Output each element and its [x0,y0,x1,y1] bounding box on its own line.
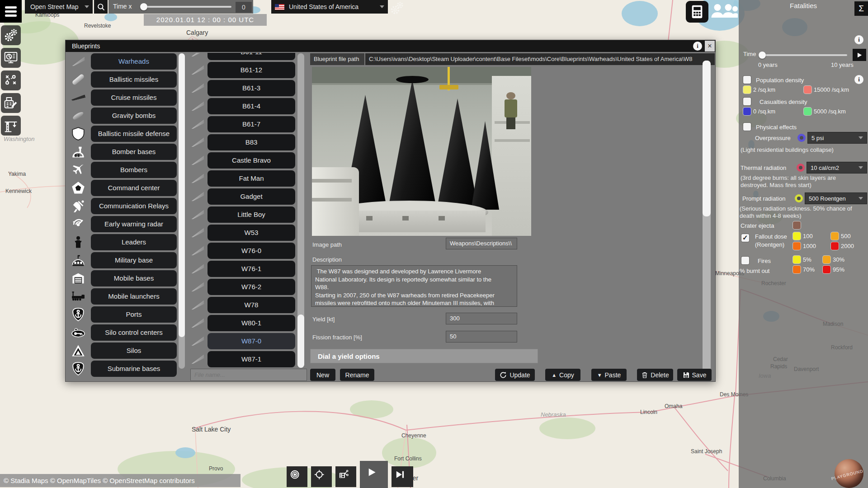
sidebar-scenario-editor-button[interactable] [1,93,21,113]
category-warheads[interactable]: Warheads [91,53,177,70]
dialog-title-bar[interactable]: Blueprints i × [66,40,715,52]
hut-icon [67,252,89,268]
settings-gears-icon [4,28,18,42]
warhead-item-w87-1[interactable]: W87-1 [208,351,295,367]
search-button[interactable] [94,0,108,14]
warhead-item-b61-11[interactable]: B61-11 [208,53,295,60]
sum-button[interactable]: Σ [854,1,868,16]
sidebar-stats-monitor-button[interactable] [1,48,21,68]
panel-time-slider-knob[interactable] [759,52,766,59]
dialog-close-button[interactable]: × [705,41,715,52]
thermal-radiation-label: Thermal radiation [741,164,786,171]
warhead-item-w76-0[interactable]: W76-0 [208,243,295,259]
category-mobile-launchers[interactable]: Mobile launchers [91,288,177,305]
calculator-button[interactable] [686,1,708,23]
new-button[interactable]: New [310,369,335,381]
fission-fraction-input[interactable]: 50 [446,331,517,343]
time-scale-slider[interactable] [143,6,231,8]
warhead-scrollbar-thumb[interactable] [297,314,304,368]
locate-button[interactable] [311,466,332,487]
category-submarine-bases[interactable]: Submarine bases [91,361,177,377]
category-ballistic-missile-defense[interactable]: Ballistic missile defense [91,126,177,142]
time-scale-value[interactable]: 0 [235,1,252,13]
clip-editor-button[interactable] [335,466,356,487]
play-button[interactable] [360,461,388,488]
category-scrollbar[interactable] [179,53,185,369]
physical-effects-checkbox[interactable] [743,123,751,131]
description-textarea[interactable]: The W87 was designed and developed by La… [311,265,517,307]
overpressure-dropdown[interactable]: 5 psi [807,132,867,144]
category-cruise-missiles[interactable]: Cruise missiles [91,89,177,106]
category-ballistic-missiles[interactable]: Ballistic missiles [91,71,177,88]
category-leaders[interactable]: Leaders [91,234,177,250]
warhead-scrollbar[interactable] [297,53,304,368]
update-button[interactable]: Update [495,369,535,381]
category-military-base[interactable]: Military base [91,252,177,268]
category-communication-relays[interactable]: Communication Relays [91,198,177,214]
country-dropdown[interactable]: United States of America [271,0,388,14]
copy-button[interactable]: ▲Copy [545,369,580,381]
category-early-warning-radar[interactable]: Early warning radar [91,216,177,232]
sidebar-strategy-button[interactable] [1,70,21,90]
sidebar-settings-gears-button[interactable] [1,25,21,45]
category-bombers[interactable]: Bombers [91,162,177,178]
dialog-info-button[interactable]: i [693,42,702,51]
warhead-item-fat-man[interactable]: Fat Man [208,170,295,187]
warhead-item-w78[interactable]: W78 [208,297,295,313]
strategy-icon [4,73,18,88]
settings-gear-ghost-icon[interactable] [390,1,402,14]
category-gravity-bombs[interactable]: Gravity bombs [91,108,177,124]
panel-play-button[interactable] [853,49,866,61]
category-command-center[interactable]: Command center [91,180,177,196]
warhead-item-w80-1[interactable]: W80-1 [208,315,295,331]
warhead-item-little-boy[interactable]: Little Boy [208,206,295,223]
save-button[interactable]: Save [677,369,712,381]
fallout-dose-checkbox[interactable] [741,234,749,242]
category-silo-control-centers[interactable]: Silo control centers [91,324,177,341]
delete-button[interactable]: Delete [637,369,673,381]
time-scale-slider-knob[interactable] [140,3,147,10]
warhead-item-b61-4[interactable]: B61-4 [208,98,295,114]
panel-time-slider[interactable] [761,54,847,56]
prompt-radiation-note: (Serious radiation sickness. 50% chance … [740,205,867,220]
category-scrollbar-thumb[interactable] [179,53,185,337]
fires-checkbox[interactable] [741,257,749,264]
warhead-item-b61-12[interactable]: B61-12 [208,62,295,78]
rename-button[interactable]: Rename [340,369,374,381]
yield-input[interactable]: 300 [446,313,517,324]
garage-icon [67,270,89,286]
warhead-item-b61-7[interactable]: B61-7 [208,116,295,132]
file-name-input[interactable] [190,369,307,381]
content-scrollbar[interactable] [703,61,711,372]
warhead-item-b83[interactable]: B83 [208,134,295,150]
warhead-item-w53[interactable]: W53 [208,225,295,241]
casualties-density-checkbox[interactable] [743,98,751,105]
warhead-item-w87-0[interactable]: W87-0 [208,333,295,349]
population-info-button[interactable]: i [854,75,863,84]
target-mode-button[interactable] [287,466,307,487]
sidebar-construction-crane-button[interactable] [1,116,21,136]
thermal-radiation-dropdown[interactable]: 10 cal/cm2 [807,162,867,174]
category-mobile-bases[interactable]: Mobile bases [91,270,177,286]
warhead-item-castle-bravo[interactable]: Castle Bravo [208,152,295,169]
paste-button[interactable]: ▼Paste [591,369,627,381]
warhead-item-gadget[interactable]: Gadget [208,188,295,205]
category-silos[interactable]: Silos [91,343,177,359]
panel-time-label: Time [743,51,756,57]
category-bomber-bases[interactable]: Bomber bases [91,144,177,160]
content-scrollbar-thumb[interactable] [703,61,711,216]
blueprint-file-path-value[interactable]: C:\Users\ivans\Desktop\Steam Uploader\co… [365,53,715,65]
image-path-value[interactable]: Weapons\Descriptions\\ [446,238,517,249]
dial-a-yield-header[interactable]: Dial a yield options [310,349,538,363]
skip-to-end-button[interactable] [392,466,413,487]
sidebar-menu-button[interactable] [0,0,22,23]
time-info-button[interactable]: i [854,35,863,44]
warhead-item-w76-1[interactable]: W76-1 [208,261,295,277]
warhead-item-b61-3[interactable]: B61-3 [208,80,295,96]
population-density-checkbox[interactable] [743,76,751,84]
prompt-radiation-dropdown[interactable]: 500 Roentgen [805,192,867,204]
category-ports[interactable]: Ports [91,306,177,323]
population-button[interactable] [711,2,738,22]
warhead-item-w76-2[interactable]: W76-2 [208,279,295,295]
map-provider-dropdown[interactable]: Open Street Map [25,0,93,14]
